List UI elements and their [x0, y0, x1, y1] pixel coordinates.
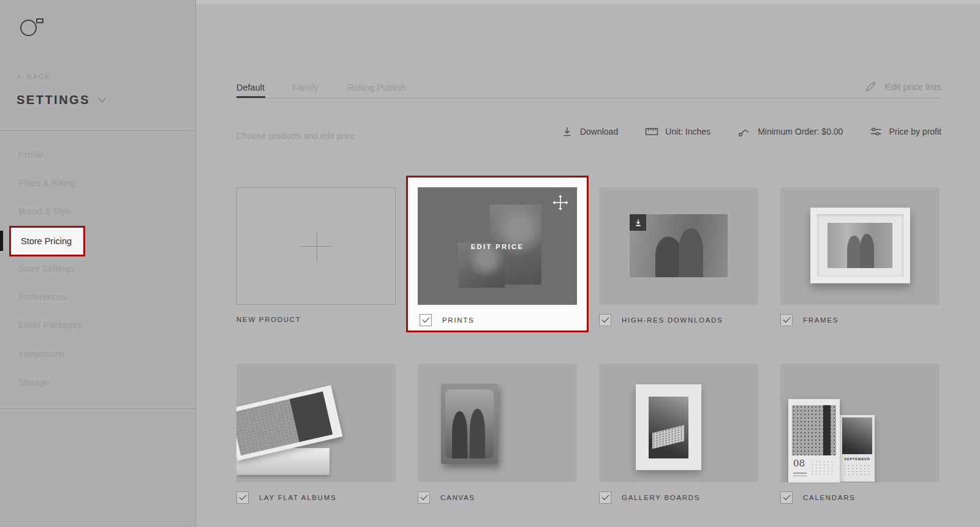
- canvas-label-row: CANVAS: [418, 491, 475, 504]
- download-badge: [630, 214, 646, 231]
- sidebar-item-email-packages[interactable]: Email Packages: [18, 320, 82, 330]
- figure-silhouette: [679, 228, 703, 277]
- minimum-order-label: Minimum Order: $0.00: [758, 127, 843, 136]
- prints-checkbox[interactable]: [420, 314, 432, 326]
- plus-icon: [317, 231, 317, 261]
- download-icon: [633, 217, 644, 228]
- lay-flat-albums-checkbox[interactable]: [236, 491, 249, 504]
- canvas-photo: [445, 389, 494, 458]
- product-tile-canvas[interactable]: [418, 364, 577, 482]
- frames-checkbox[interactable]: [780, 314, 793, 326]
- product-tile-calendars[interactable]: SEPTEMBER 08: [780, 364, 940, 482]
- download-label: Download: [580, 127, 618, 136]
- canvas-graphic: [441, 384, 498, 464]
- page-hint: Choose products and edit price: [236, 131, 355, 141]
- sidebar-item-profile[interactable]: Profile: [18, 150, 43, 160]
- product-tile-frames[interactable]: [780, 187, 940, 305]
- ruler-icon: [645, 127, 658, 136]
- product-label: GALLERY BOARDS: [622, 494, 700, 501]
- sidebar-item-store-pricing[interactable]: Store Pricing: [9, 226, 85, 256]
- product-tile-prints[interactable]: EDIT PRICE PRINTS: [406, 176, 589, 332]
- calendar-back-page: SEPTEMBER: [840, 415, 875, 482]
- download-icon: [561, 125, 573, 138]
- sidebar-divider: [0, 130, 196, 131]
- album-art-left: [236, 399, 300, 455]
- price-by-profit-icon: [870, 126, 882, 137]
- store-pricing-page: { "sidebar": { "back_label": "BACK", "ti…: [0, 0, 980, 527]
- price-by-profit-button[interactable]: Price by profit: [870, 126, 941, 137]
- minimum-order-button[interactable]: Minimum Order: $0.00: [737, 125, 843, 138]
- product-label: LAY FLAT ALBUMS: [259, 494, 336, 501]
- minimum-order-icon: [737, 125, 751, 138]
- calendar-front-page: 08: [788, 399, 840, 482]
- product-tile-high-res-downloads[interactable]: [599, 187, 758, 305]
- sidebar-item-plans-billing[interactable]: Plans & Billing: [18, 178, 75, 188]
- calendar-back-photo: [842, 417, 872, 454]
- unit-label: Unit: Inches: [665, 127, 710, 136]
- gallery-board-photo: [649, 397, 688, 458]
- canvas-checkbox[interactable]: [418, 491, 430, 504]
- figure-silhouette: [860, 234, 874, 268]
- edit-price-hover-label: EDIT PRICE: [418, 243, 577, 250]
- figure-silhouette: [655, 237, 682, 277]
- product-label: CANVAS: [440, 494, 475, 501]
- lay-flat-albums-label-row: LAY FLAT ALBUMS: [236, 491, 336, 504]
- product-label: FRAMES: [803, 316, 839, 324]
- settings-sidebar: ‹ BACK SETTINGS Profile Plans & Billing …: [0, 0, 196, 527]
- table-shape: [652, 425, 684, 449]
- frames-label-row: FRAMES: [780, 314, 839, 326]
- app-logo-icon: [20, 20, 37, 36]
- tab-default[interactable]: Default: [236, 83, 265, 92]
- sidebar-item-preferences[interactable]: Preferences: [18, 292, 66, 302]
- tab-rolling-publish[interactable]: Rolling Publish: [347, 83, 406, 92]
- calendar-caption-lines: [793, 473, 807, 478]
- back-label: BACK: [27, 73, 51, 80]
- sidebar-item-integrations[interactable]: Integrations: [18, 349, 65, 359]
- calendars-checkbox[interactable]: [780, 491, 793, 504]
- product-label: HIGH-RES DOWNLOADS: [622, 316, 723, 324]
- chevron-down-icon: [98, 95, 106, 103]
- calendar-photo-bar: [823, 405, 831, 455]
- pencil-icon: [864, 80, 877, 93]
- settings-title: SETTINGS: [17, 93, 90, 107]
- pricing-toolbar: Download Unit: Inches Minimum Order: $0.…: [561, 125, 941, 138]
- new-product-tile[interactable]: [236, 187, 396, 305]
- edit-price-lists-button[interactable]: Edit price lists: [864, 80, 941, 93]
- sidebar-item-storage[interactable]: Storage: [18, 378, 50, 387]
- product-label: PRINTS: [442, 316, 474, 324]
- edit-price-lists-label: Edit price lists: [884, 81, 941, 92]
- move-cursor-icon: [552, 195, 568, 211]
- app-logo-flag-icon: [36, 18, 43, 23]
- calendar-front-photo: [792, 405, 836, 455]
- settings-menu-toggle[interactable]: SETTINGS: [17, 93, 105, 107]
- calendar-month-label: SEPTEMBER: [843, 457, 872, 461]
- gallery-boards-checkbox[interactable]: [599, 491, 611, 504]
- prints-photo[interactable]: EDIT PRICE: [418, 187, 577, 305]
- gallery-boards-label-row: GALLERY BOARDS: [599, 491, 700, 504]
- prints-label-row: PRINTS: [420, 314, 474, 326]
- figure-silhouette: [470, 409, 485, 458]
- sidebar-item-brand-style[interactable]: Brand & Style: [18, 206, 73, 216]
- product-label: NEW PRODUCT: [236, 316, 301, 323]
- unit-button[interactable]: Unit: Inches: [645, 127, 710, 136]
- sidebar-divider: [0, 408, 196, 409]
- back-link[interactable]: ‹ BACK: [17, 73, 51, 80]
- calendar-day-label: 08: [793, 458, 805, 469]
- frame-photo: [827, 223, 892, 268]
- frame-graphic: [810, 207, 910, 283]
- active-item-indicator: [0, 231, 3, 251]
- figure-silhouette: [452, 411, 467, 458]
- gallery-board-graphic: [636, 384, 701, 470]
- figure-silhouette: [847, 236, 861, 268]
- high-res-checkbox[interactable]: [599, 314, 611, 326]
- download-button[interactable]: Download: [561, 125, 618, 138]
- price-by-profit-label: Price by profit: [889, 127, 941, 136]
- calendars-label-row: CALENDARS: [780, 491, 856, 504]
- chevron-left-icon: ‹: [17, 73, 22, 80]
- product-tile-lay-flat-albums[interactable]: [236, 364, 396, 482]
- tab-family[interactable]: Family: [292, 83, 318, 92]
- product-tile-gallery-boards[interactable]: [599, 364, 758, 482]
- product-label: CALENDARS: [803, 494, 856, 501]
- new-product-label-row: NEW PRODUCT: [236, 316, 301, 323]
- sidebar-item-store-settings[interactable]: Store Settings: [18, 264, 74, 274]
